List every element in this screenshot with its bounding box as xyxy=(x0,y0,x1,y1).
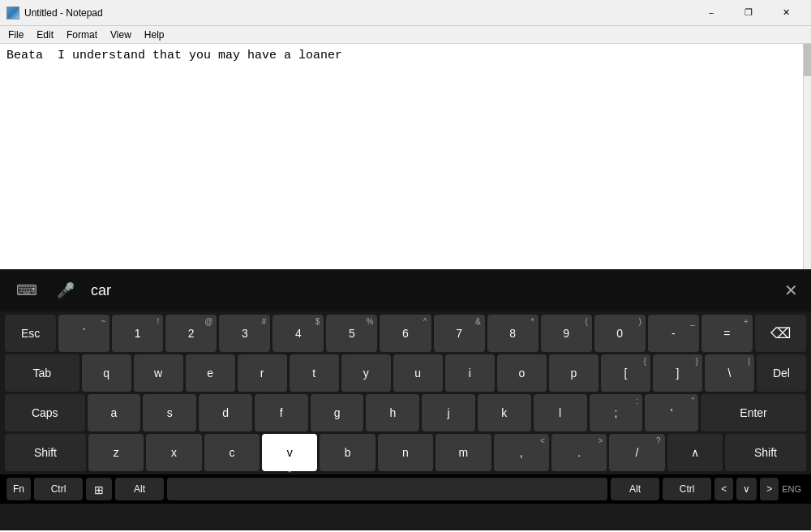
key-n[interactable]: n xyxy=(378,434,433,471)
key-semicolon[interactable]: :; xyxy=(590,394,643,431)
key-del[interactable]: Del xyxy=(757,354,806,392)
key-s[interactable]: s xyxy=(143,394,196,431)
key-2[interactable]: @2 xyxy=(165,315,217,352)
cursor-indicator xyxy=(281,461,298,473)
titlebar: Untitled - Notepad − ❐ ✕ xyxy=(0,0,811,26)
keyboard-row-2: Tab q w e r t y u i o p {[ }] |\ Del xyxy=(5,354,806,392)
key-alt-right[interactable]: Alt xyxy=(611,478,659,500)
key-up[interactable]: ∧ xyxy=(667,434,723,471)
keyboard-rows: Esc ~` !1 @2 #3 $4 %5 ^6 &7 *8 (9 )0 _- … xyxy=(0,311,811,474)
key-alt-left[interactable]: Alt xyxy=(115,478,164,500)
key-enter[interactable]: Enter xyxy=(701,394,806,431)
key-5[interactable]: %5 xyxy=(326,315,377,352)
window-controls: − ❐ ✕ xyxy=(693,0,805,26)
key-t[interactable]: t xyxy=(290,354,339,392)
menu-format[interactable]: Format xyxy=(60,28,104,42)
app-icon xyxy=(6,6,19,19)
key-w[interactable]: w xyxy=(134,354,183,392)
keyboard-row-1: Esc ~` !1 @2 #3 $4 %5 ^6 &7 *8 (9 )0 _- … xyxy=(5,315,806,352)
menu-edit[interactable]: Edit xyxy=(30,28,60,42)
key-comma[interactable]: <, xyxy=(494,434,549,471)
key-g[interactable]: g xyxy=(311,394,364,431)
key-6[interactable]: ^6 xyxy=(380,315,431,352)
key-shift-left[interactable]: Shift xyxy=(5,434,86,471)
key-down-arrow[interactable]: ∨ xyxy=(736,478,757,500)
key-z[interactable]: z xyxy=(88,434,144,471)
key-slash[interactable]: ?/ xyxy=(609,434,664,471)
scrollbar[interactable] xyxy=(803,44,811,269)
key-backspace[interactable]: ⌫ xyxy=(755,315,806,352)
minimize-button[interactable]: − xyxy=(693,0,730,26)
key-minus[interactable]: _- xyxy=(648,315,699,352)
key-fn[interactable]: Fn xyxy=(6,478,31,500)
maximize-button[interactable]: ❐ xyxy=(730,0,767,26)
menu-file[interactable]: File xyxy=(2,28,30,42)
keyboard-close-button[interactable]: ✕ xyxy=(784,281,798,300)
keyboard-settings-icon[interactable]: ⌨ xyxy=(13,278,41,302)
key-grave[interactable]: ~` xyxy=(58,315,109,352)
key-period[interactable]: >. xyxy=(551,434,607,471)
key-0[interactable]: )0 xyxy=(594,315,646,352)
key-m[interactable]: m xyxy=(436,434,491,471)
key-x[interactable]: x xyxy=(146,434,201,471)
windows-logo-icon xyxy=(93,483,105,495)
key-7[interactable]: &7 xyxy=(434,315,485,352)
key-quote[interactable]: "' xyxy=(645,394,698,431)
window-title: Untitled - Notepad xyxy=(24,7,693,19)
key-k[interactable]: k xyxy=(478,394,531,431)
microphone-icon[interactable]: 🎤 xyxy=(54,278,78,302)
key-c[interactable]: c xyxy=(204,434,260,471)
key-i[interactable]: i xyxy=(445,354,495,392)
menu-view[interactable]: View xyxy=(104,28,138,42)
menubar: File Edit Format View Help xyxy=(0,26,811,44)
key-b[interactable]: b xyxy=(320,434,375,471)
keyboard-container: ⌨ 🎤 ✕ Esc ~` !1 @2 #3 $4 %5 ^6 &7 *8 (9 … xyxy=(0,269,811,530)
key-8[interactable]: *8 xyxy=(487,315,539,352)
menu-help[interactable]: Help xyxy=(138,28,171,42)
key-ctrl-left[interactable]: Ctrl xyxy=(34,478,83,500)
key-tab[interactable]: Tab xyxy=(5,354,79,392)
close-button[interactable]: ✕ xyxy=(767,0,805,26)
key-left-arrow[interactable]: < xyxy=(714,478,733,500)
key-equal[interactable]: += xyxy=(702,315,753,352)
key-9[interactable]: (9 xyxy=(541,315,592,352)
key-lbracket[interactable]: {[ xyxy=(601,354,650,392)
key-p[interactable]: p xyxy=(549,354,599,392)
key-caps[interactable]: Caps xyxy=(5,394,85,431)
keyboard-row-4: Shift z x c v b n m <, >. ?/ ∧ Shift xyxy=(5,434,806,471)
key-rbracket[interactable]: }] xyxy=(653,354,702,392)
key-space[interactable] xyxy=(167,478,607,500)
key-f[interactable]: f xyxy=(255,394,308,431)
key-3[interactable]: #3 xyxy=(219,315,270,352)
editor-area[interactable]: Beata I understand that you may have a l… xyxy=(0,44,811,269)
scrollbar-thumb[interactable] xyxy=(804,44,811,76)
key-4[interactable]: $4 xyxy=(272,315,324,352)
key-shift-right[interactable]: Shift xyxy=(725,434,806,471)
key-r[interactable]: r xyxy=(238,354,287,392)
keyboard-search-input[interactable] xyxy=(91,282,771,299)
key-backslash[interactable]: |\ xyxy=(705,354,754,392)
editor-content: Beata I understand that you may have a l… xyxy=(6,47,805,64)
key-j[interactable]: j xyxy=(422,394,475,431)
key-h[interactable]: h xyxy=(366,394,419,431)
keyboard-toolbar: ⌨ 🎤 ✕ xyxy=(0,269,811,311)
key-1[interactable]: !1 xyxy=(112,315,163,352)
key-y[interactable]: y xyxy=(341,354,391,392)
keyboard-row-3: Caps a s d f g h j k l :; "' Enter xyxy=(5,394,806,431)
key-o[interactable]: o xyxy=(497,354,547,392)
language-label: ENG xyxy=(782,484,805,494)
key-l[interactable]: l xyxy=(534,394,587,431)
key-d[interactable]: d xyxy=(199,394,252,431)
key-u[interactable]: u xyxy=(393,354,443,392)
key-right-arrow[interactable]: > xyxy=(760,478,779,500)
key-win[interactable] xyxy=(86,478,112,500)
key-e[interactable]: e xyxy=(186,354,235,392)
key-a[interactable]: a xyxy=(88,394,141,431)
key-q[interactable]: q xyxy=(82,354,131,392)
key-esc[interactable]: Esc xyxy=(5,315,56,352)
key-v[interactable]: v xyxy=(262,434,317,471)
keyboard-bottom-row: Fn Ctrl Alt Alt Ctrl < ∨ > ENG xyxy=(0,474,811,504)
key-ctrl-right[interactable]: Ctrl xyxy=(663,478,711,500)
